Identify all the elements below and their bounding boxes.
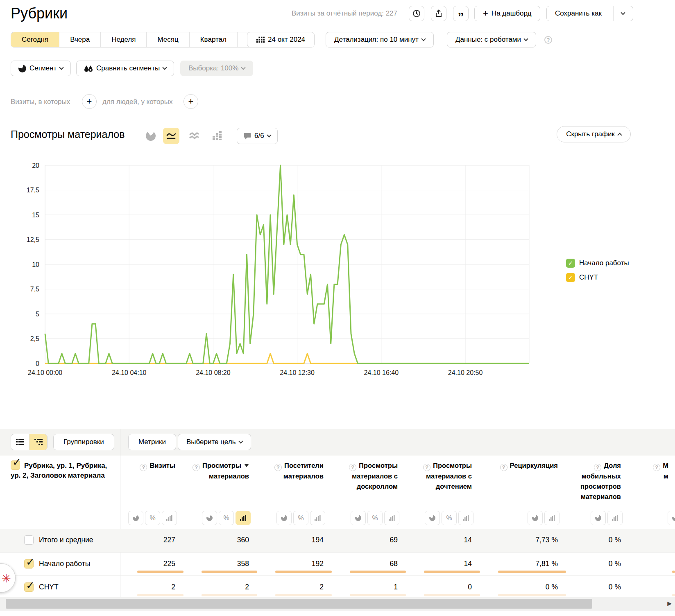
pie-toggle-button[interactable] bbox=[425, 511, 440, 525]
save-as-chevron-button[interactable] bbox=[613, 6, 633, 21]
column-header-5[interactable]: ?Рециркуляция bbox=[481, 460, 567, 471]
period-tab-4[interactable]: Квартал bbox=[189, 32, 237, 47]
help-icon[interactable]: ? bbox=[140, 464, 147, 471]
column-header-0[interactable]: ?Визиты bbox=[120, 460, 184, 471]
row-checkbox[interactable] bbox=[24, 559, 34, 569]
percent-toggle-button[interactable]: % bbox=[219, 511, 234, 525]
row-label[interactable]: Итого и средние bbox=[39, 536, 93, 544]
period-tab-2[interactable]: Неделя bbox=[100, 32, 146, 47]
chevron-down-icon bbox=[163, 65, 167, 70]
legend-checkbox[interactable]: ✓ bbox=[566, 259, 575, 268]
row-checkbox[interactable] bbox=[24, 582, 34, 592]
chart-type-columns-button[interactable] bbox=[209, 128, 225, 144]
legend-checkbox[interactable]: ✓ bbox=[566, 273, 575, 282]
add-people-filter-button[interactable]: + bbox=[183, 94, 198, 109]
chart-type-line-button[interactable] bbox=[163, 128, 179, 144]
cell-value: 7,81 % bbox=[481, 560, 567, 568]
row-label[interactable]: CHYT bbox=[39, 583, 59, 591]
groupings-button[interactable]: Группировки bbox=[53, 434, 114, 450]
comments-button[interactable]: „ bbox=[453, 6, 469, 21]
save-as-split-button[interactable]: Сохранить как bbox=[546, 6, 633, 21]
cell-value: 360 bbox=[184, 536, 258, 544]
help-icon[interactable]: ? bbox=[500, 464, 507, 471]
y-axis-tick: 7,5 bbox=[30, 286, 39, 293]
mini-bars-icon bbox=[389, 515, 395, 521]
scrollbar-thumb[interactable] bbox=[6, 599, 592, 609]
help-icon[interactable]: ? bbox=[423, 464, 430, 471]
segment-dropdown[interactable]: Сегмент bbox=[11, 61, 71, 76]
column-header-1[interactable]: ?Просмотрыматериалов bbox=[184, 460, 258, 481]
cell-value: 7,73 % bbox=[481, 536, 567, 544]
metrics-button[interactable]: Метрики bbox=[128, 434, 176, 450]
pie-toggle-button[interactable] bbox=[128, 511, 143, 525]
percent-toggle-button[interactable]: % bbox=[293, 511, 308, 525]
column-header-3[interactable]: ?Просмотрыматериалов сдоскроллом bbox=[333, 460, 407, 492]
plus-icon: + bbox=[483, 8, 488, 19]
bars-toggle-button[interactable] bbox=[384, 511, 399, 525]
help-icon[interactable]: ? bbox=[349, 464, 356, 471]
flat-list-view-button[interactable] bbox=[11, 434, 29, 450]
sample-dropdown[interactable]: Выборка: 100% bbox=[180, 61, 253, 76]
bars-toggle-button[interactable] bbox=[310, 511, 325, 525]
list-view-icon bbox=[16, 439, 24, 445]
help-icon[interactable]: ? bbox=[594, 464, 601, 471]
column-header-7[interactable]: ?Мм bbox=[630, 460, 675, 481]
detail-dropdown-label: Детализация: по 10 минут bbox=[334, 36, 419, 44]
bars-toggle-button[interactable] bbox=[607, 511, 623, 525]
period-tab-0[interactable]: Сегодня bbox=[11, 32, 59, 47]
hide-chart-button[interactable]: Скрыть график bbox=[557, 126, 631, 142]
help-icon[interactable]: ? bbox=[544, 36, 552, 44]
column-header-label: материалов bbox=[209, 472, 249, 480]
chart-type-stacked-button[interactable] bbox=[186, 128, 202, 144]
column-header-4[interactable]: ?Просмотрыматериалов сдочтением bbox=[407, 460, 481, 492]
pie-toggle-button[interactable] bbox=[528, 511, 543, 525]
help-icon[interactable]: ? bbox=[274, 464, 282, 471]
x-axis-tick: 24.10 16:40 bbox=[364, 369, 399, 376]
column-header-2[interactable]: ?Посетителиматериалов bbox=[258, 460, 333, 481]
chart-type-pie-button[interactable] bbox=[143, 128, 159, 144]
pie-toggle-button[interactable] bbox=[668, 511, 675, 525]
compare-segments-dropdown[interactable]: Сравнить сегменты bbox=[76, 61, 174, 76]
percent-toggle-button[interactable]: % bbox=[367, 511, 383, 525]
tree-view-button[interactable] bbox=[29, 434, 47, 450]
bars-toggle-button[interactable] bbox=[458, 511, 473, 525]
metrica-report-page: Рубрики Визиты за отчётный период: 227 „… bbox=[0, 0, 675, 616]
scrollbar-right-arrow[interactable]: ▶ bbox=[667, 600, 672, 607]
row-checkbox[interactable] bbox=[24, 535, 34, 545]
percent-toggle-button[interactable]: % bbox=[442, 511, 457, 525]
bars-toggle-button[interactable] bbox=[162, 511, 177, 525]
select-goal-dropdown[interactable]: Выберите цель bbox=[178, 434, 251, 450]
mini-pie-icon bbox=[429, 515, 435, 521]
data-with-robots-dropdown[interactable]: Данные: с роботами bbox=[447, 32, 536, 47]
export-button[interactable] bbox=[431, 6, 446, 21]
percent-toggle-button[interactable]: % bbox=[145, 511, 160, 525]
detail-dropdown[interactable]: Детализация: по 10 минут bbox=[326, 32, 434, 47]
horizontal-scrollbar[interactable]: ▶ bbox=[0, 597, 675, 611]
chevron-down-icon bbox=[523, 36, 528, 41]
visits-period-text: Визиты за отчётный период: 227 bbox=[292, 9, 397, 18]
cell-value: 194 bbox=[258, 536, 333, 544]
pie-toggle-button[interactable] bbox=[276, 511, 292, 525]
help-icon[interactable]: ? bbox=[653, 464, 660, 471]
add-visits-filter-button[interactable]: + bbox=[82, 94, 97, 109]
add-to-dashboard-button[interactable]: + На дашборд bbox=[474, 6, 540, 21]
row-label[interactable]: Начало работы bbox=[39, 560, 90, 568]
history-clock-button[interactable] bbox=[409, 6, 424, 21]
pie-toggle-button[interactable] bbox=[202, 511, 217, 525]
bars-toggle-button[interactable] bbox=[544, 511, 559, 525]
bars-toggle-button[interactable] bbox=[236, 511, 251, 525]
compare-segments-label: Сравнить сегменты bbox=[96, 64, 160, 72]
annotations-dropdown[interactable]: 6/6 bbox=[237, 128, 278, 144]
column-header-label: Посетители bbox=[284, 462, 324, 469]
period-tab-1[interactable]: Вчера bbox=[59, 32, 100, 47]
period-tab-3[interactable]: Месяц bbox=[146, 32, 189, 47]
pie-toggle-button[interactable] bbox=[591, 511, 606, 525]
cell-value: 14 bbox=[407, 560, 481, 568]
date-picker-button[interactable]: 24 окт 2024 bbox=[247, 32, 315, 47]
pie-toggle-button[interactable] bbox=[351, 511, 366, 525]
column-header-6[interactable]: ?Долямобильныхпросмотровматериалов bbox=[567, 460, 630, 502]
help-icon[interactable]: ? bbox=[193, 464, 200, 471]
chevron-down-icon bbox=[267, 133, 271, 137]
table-row-Начало работы: Начало работы22535819268147,81 %0 % bbox=[0, 552, 675, 575]
select-all-checkbox[interactable] bbox=[11, 460, 20, 470]
